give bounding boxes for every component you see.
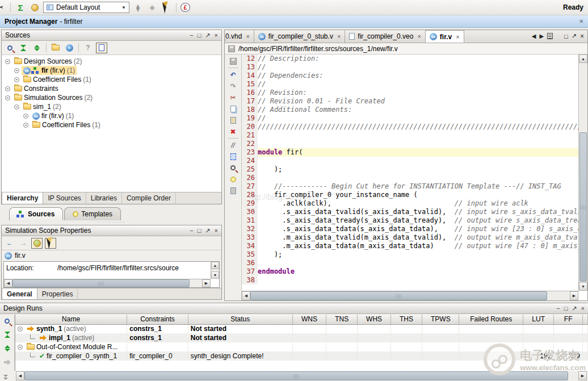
- column-header-failed-routes[interactable]: Failed Routes: [459, 315, 523, 324]
- minimize-icon[interactable]: −: [190, 32, 193, 38]
- tree-item[interactable]: Constraints: [2, 84, 221, 93]
- code-line[interactable]: 38: [242, 276, 578, 284]
- tree-expander-icon[interactable]: [18, 326, 23, 332]
- column-header-lut[interactable]: LUT: [523, 315, 553, 324]
- code-line[interactable]: 16// Revision:: [242, 89, 578, 97]
- tab-hierarchy[interactable]: Hierarchy: [2, 192, 43, 204]
- tree-expander-icon[interactable]: [5, 95, 10, 101]
- properties-toggle-icon[interactable]: [31, 238, 43, 249]
- tabs-scroll-left-icon[interactable]: ◀: [532, 33, 536, 39]
- scroll-up-icon[interactable]: ▲: [211, 262, 219, 269]
- code-line[interactable]: 14// Dependencies:: [242, 72, 578, 80]
- column-header-ff[interactable]: FF: [554, 315, 583, 324]
- expand-all-icon[interactable]: [2, 329, 13, 340]
- find-in-file-icon[interactable]: [228, 163, 239, 173]
- dock-splitter-handle[interactable]: ··········: [1, 221, 222, 224]
- float-icon[interactable]: ↗: [572, 32, 577, 40]
- tab-compile-order[interactable]: Compile Order: [122, 192, 176, 204]
- code-line[interactable]: 26: [242, 174, 578, 182]
- column-header-name[interactable]: Name: [15, 315, 127, 324]
- code-line[interactable]: 21: [242, 131, 578, 140]
- table-row[interactable]: impl_1 (active)constrs_1Not started: [15, 333, 588, 342]
- tab-properties[interactable]: Properties: [37, 288, 78, 299]
- editor-tab[interactable]: vefir_compiler_0_stub.v×: [254, 30, 346, 43]
- lightbulb-icon[interactable]: [228, 174, 239, 184]
- code-line[interactable]: 32 .s_axis_data_tdata(s_axis_data_tdata)…: [242, 225, 578, 233]
- settings-gear-icon[interactable]: [29, 2, 40, 13]
- paste-icon[interactable]: [228, 115, 239, 125]
- close-icon[interactable]: ×: [579, 19, 583, 24]
- scroll-up-icon[interactable]: ▲: [579, 55, 587, 63]
- indent-block-icon[interactable]: [228, 152, 239, 161]
- tree-expander-icon[interactable]: [18, 345, 23, 350]
- tab-ip-sources[interactable]: IP Sources: [43, 192, 86, 204]
- redo-icon[interactable]: ↷: [228, 81, 239, 91]
- vertical-scrollbar[interactable]: ▲▼: [211, 262, 219, 279]
- float-icon[interactable]: ↗: [572, 305, 577, 311]
- close-tab-icon[interactable]: ×: [337, 33, 341, 40]
- horizontal-scrollbar[interactable]: ◀ ▶: [242, 291, 578, 300]
- tree-expander-icon[interactable]: [23, 123, 28, 128]
- close-icon[interactable]: ×: [581, 305, 585, 311]
- tab-templates[interactable]: Templates: [64, 207, 121, 220]
- column-header-status[interactable]: Status: [188, 315, 292, 324]
- tab-list-icon[interactable]: [547, 33, 553, 39]
- code-area[interactable]: 12// Description:13//14// Dependencies:1…: [242, 55, 587, 300]
- float-icon[interactable]: ↗: [205, 228, 210, 233]
- table-header-row[interactable]: NameConstraintsStatusWNSTNSWHSTHSTPWSFai…: [15, 315, 588, 324]
- tree-expander-icon[interactable]: [5, 59, 10, 64]
- scroll-left-icon[interactable]: ◀: [16, 371, 24, 380]
- search-icon[interactable]: [2, 316, 13, 326]
- code-line[interactable]: 37endmodule: [242, 267, 578, 276]
- column-header-tpws[interactable]: TPWS: [422, 315, 459, 324]
- table-row[interactable]: ✔fir_compiler_0_synth_1fir_compiler_0syn…: [15, 351, 588, 361]
- maximize-icon[interactable]: □: [198, 228, 201, 233]
- forward-icon[interactable]: →: [18, 238, 29, 249]
- close-icon[interactable]: ×: [215, 228, 218, 233]
- template-icon[interactable]: [228, 186, 239, 195]
- layout-dropdown[interactable]: Default Layout ▼: [43, 2, 129, 13]
- toggle-comment-icon[interactable]: //: [228, 140, 239, 150]
- save-icon[interactable]: [228, 45, 235, 52]
- tree-item[interactable]: vefir(fir.v)(1): [2, 66, 221, 75]
- code-line[interactable]: 25 );: [242, 165, 578, 174]
- close-tab-icon[interactable]: ×: [417, 33, 421, 40]
- copy-icon[interactable]: [228, 104, 239, 114]
- editor-tab[interactable]: vefir.v×: [426, 30, 464, 43]
- select-toggle-icon[interactable]: [45, 238, 56, 249]
- code-line[interactable]: 22: [242, 140, 578, 148]
- scroll-down-icon[interactable]: ▼: [579, 282, 587, 291]
- column-header-wns[interactable]: WNS: [292, 315, 326, 324]
- pin-icon[interactable]: ⧫: [132, 2, 144, 13]
- code-line[interactable]: 29 .aclk(aclk), // input wire aclk: [242, 199, 578, 208]
- code-line[interactable]: 24: [242, 157, 578, 165]
- code-line[interactable]: 28 fir_compiler_0 your_instance_name (: [242, 191, 578, 199]
- tab-general[interactable]: General: [2, 288, 37, 299]
- column-header-tns[interactable]: TNS: [326, 315, 358, 324]
- scrollbar-thumb[interactable]: [24, 371, 568, 380]
- help-icon[interactable]: ?: [82, 43, 94, 53]
- close-tab-icon[interactable]: ×: [246, 33, 249, 40]
- maximize-icon[interactable]: □: [564, 305, 568, 311]
- location-value[interactable]: /home/gsc/FIR/firfilter/firfilter.srcs/s…: [57, 264, 179, 272]
- code-line[interactable]: 13//: [242, 63, 578, 72]
- code-lines[interactable]: 12// Description:13//14// Dependencies:1…: [242, 55, 578, 291]
- cursor-tool-icon[interactable]: [161, 2, 172, 13]
- scroll-right-icon[interactable]: ▶: [202, 279, 211, 287]
- scroll-left-icon[interactable]: ◀: [242, 291, 250, 300]
- scrollbar-thumb[interactable]: [579, 132, 587, 282]
- editor-tab[interactable]: fir_compiler_0.veo×: [345, 30, 425, 43]
- expand-all-icon[interactable]: [18, 43, 29, 53]
- maximize-icon[interactable]: □: [564, 33, 568, 40]
- tree-expander-icon[interactable]: [14, 104, 19, 110]
- search-icon[interactable]: [4, 43, 15, 53]
- tree-item[interactable]: vefir(fir.v)(1): [2, 111, 221, 120]
- sigma-run-icon[interactable]: Σ: [15, 2, 26, 13]
- tab-libraries[interactable]: Libraries: [86, 192, 122, 204]
- tree-expander-icon[interactable]: [5, 86, 10, 91]
- table-row[interactable]: Out-of-Context Module R...: [15, 342, 588, 351]
- undo-icon[interactable]: ↶: [228, 70, 239, 79]
- scissors-icon[interactable]: ✂: [0, 2, 6, 13]
- diamond-icon[interactable]: ◆: [146, 2, 158, 13]
- code-line[interactable]: 36: [242, 259, 578, 267]
